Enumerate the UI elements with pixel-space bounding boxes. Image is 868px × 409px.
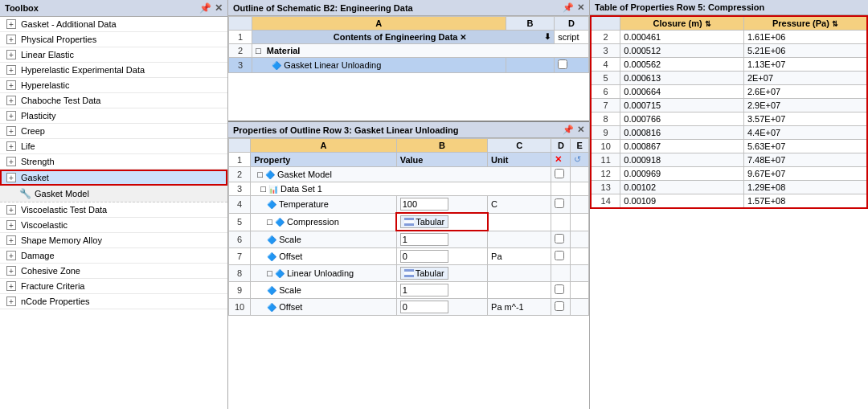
prop-minus-icon[interactable]: □ <box>267 268 272 278</box>
pressure-cell[interactable]: 5.63E+07 <box>743 140 867 153</box>
prop-value-cell[interactable] <box>396 196 487 214</box>
expand-icon[interactable]: + <box>6 141 16 151</box>
close-outline-icon[interactable]: ✕ <box>577 2 584 13</box>
closure-cell[interactable]: 0.000816 <box>620 126 744 140</box>
prop-value-cell[interactable] <box>396 248 487 265</box>
prop-value-cell[interactable]: Tabular <box>396 213 487 231</box>
closure-cell[interactable]: 0.000715 <box>620 99 744 112</box>
toolbox-item-fracture-criteria[interactable]: +Fracture Criteria <box>0 279 227 294</box>
toolbox-item-viscoelastic-test[interactable]: +Viscoelastic Test Data <box>0 202 227 218</box>
toolbox-item-linear-elastic[interactable]: +Linear Elastic <box>0 47 227 63</box>
x-icon[interactable]: ✕ <box>460 33 466 42</box>
table-row[interactable]: 10 0.000867 5.63E+07 <box>591 140 867 153</box>
prop-check[interactable] <box>555 169 564 178</box>
prop-checkbox[interactable] <box>551 182 571 196</box>
expand-icon[interactable]: + <box>6 266 16 276</box>
close-icon[interactable]: ✕ <box>215 2 223 14</box>
minus-icon[interactable]: □ <box>260 184 266 194</box>
toolbox-item-cohesive-zone[interactable]: +Cohesive Zone <box>0 264 227 279</box>
closure-cell[interactable]: 0.000664 <box>620 85 744 99</box>
expand-icon[interactable]: + <box>6 173 16 182</box>
toolbox-item-damage[interactable]: +Damage <box>0 248 227 264</box>
toolbox-item-shape-memory[interactable]: +Shape Memory Alloy <box>0 233 227 248</box>
toolbox-item-life[interactable]: +Life <box>0 139 227 154</box>
pressure-cell[interactable]: 1.61E+06 <box>743 31 867 44</box>
prop-value-input[interactable] <box>400 250 448 263</box>
toolbox-item-plasticity[interactable]: +Plasticity <box>0 108 227 124</box>
pressure-cell[interactable]: 9.67E+07 <box>743 167 867 181</box>
sort-b-icon[interactable]: ⇅ <box>832 20 838 28</box>
closure-cell[interactable]: 0.000562 <box>620 58 744 72</box>
table-row[interactable]: 9 0.000816 4.4E+07 <box>591 126 867 140</box>
toolbox-item-creep[interactable]: +Creep <box>0 124 227 139</box>
table-row[interactable]: 2 0.000461 1.61E+06 <box>591 31 867 44</box>
pressure-cell[interactable]: 3.57E+07 <box>743 112 867 126</box>
close-props-icon[interactable]: ✕ <box>577 125 584 135</box>
toolbox-item-hyperelastic-experimental[interactable]: +Hyperelastic Experimental Data <box>0 63 227 78</box>
x-red-icon[interactable]: ✕ <box>555 154 562 164</box>
minus-icon[interactable]: □ <box>256 46 261 55</box>
table-row[interactable]: 4 0.000562 1.13E+07 <box>591 58 867 72</box>
closure-cell[interactable]: 0.00102 <box>620 181 744 194</box>
outline-row[interactable]: 1 Contents of Engineering Data ⬇ ✕ scrip… <box>229 31 589 44</box>
pressure-cell[interactable]: 2.6E+07 <box>743 85 867 99</box>
download-icon[interactable]: ⬇ <box>544 32 551 41</box>
pin-props-icon[interactable]: 📌 <box>563 125 574 135</box>
outline-row[interactable]: 3 🔷 Gasket Linear Unloading <box>229 58 589 73</box>
prop-checkbox[interactable] <box>551 167 571 182</box>
pressure-cell[interactable]: 2.9E+07 <box>743 99 867 112</box>
table-row[interactable]: 5 0.000613 2E+07 <box>591 72 867 85</box>
prop-check[interactable] <box>555 301 564 311</box>
prop-minus-icon[interactable]: □ <box>267 217 272 227</box>
closure-cell[interactable]: 0.000918 <box>620 153 744 167</box>
prop-check[interactable] <box>555 284 564 294</box>
tabular-badge[interactable]: Tabular <box>400 215 448 228</box>
prop-value-input[interactable] <box>400 284 448 297</box>
prop-check-cell[interactable] <box>551 299 571 316</box>
props-row[interactable]: 6 🔷 Scale <box>229 231 589 248</box>
props-row[interactable]: 3 □ 📊 Data Set 1 <box>229 182 589 196</box>
expand-icon[interactable]: + <box>6 50 16 59</box>
prop-check-cell[interactable] <box>551 196 571 214</box>
props-row[interactable]: 5 □ 🔷 Compression Tabular <box>229 213 589 231</box>
prop-value-cell[interactable] <box>396 231 487 248</box>
outline-table-container[interactable]: A B D 1 Contents of Engineering Data ⬇ ✕… <box>228 16 589 121</box>
pressure-cell[interactable]: 2E+07 <box>743 72 867 85</box>
table-data-container[interactable]: Closure (m) ⇅ Pressure (Pa) ⇅ 2 0.000461… <box>590 15 868 409</box>
closure-cell[interactable]: 0.000969 <box>620 167 744 181</box>
closure-cell[interactable]: 0.000613 <box>620 72 744 85</box>
row-checkbox[interactable] <box>555 58 589 73</box>
properties-table-container[interactable]: A B C D E 1 Property Value Unit ✕ ↺ 2 <box>228 138 589 409</box>
expand-icon[interactable]: + <box>6 205 16 215</box>
expand-icon[interactable]: + <box>6 235 16 245</box>
prop-check[interactable] <box>555 234 564 243</box>
prop-value-cell[interactable] <box>396 299 487 316</box>
expand-icon[interactable]: + <box>6 297 16 306</box>
prop-value-cell[interactable]: Tabular <box>396 265 487 282</box>
prop-check[interactable] <box>555 198 564 208</box>
props-row[interactable]: 1 Property Value Unit ✕ ↺ <box>229 153 589 167</box>
expand-icon[interactable]: + <box>6 111 16 121</box>
closure-cell[interactable]: 0.000461 <box>620 31 744 44</box>
pin-icon[interactable]: 📌 <box>199 2 211 14</box>
expand-icon[interactable]: + <box>6 96 16 105</box>
expand-icon[interactable]: + <box>6 157 16 166</box>
tabular-badge[interactable]: Tabular <box>400 267 448 280</box>
expand-icon[interactable]: + <box>6 80 16 90</box>
toolbox-item-gasket-additional[interactable]: +Gasket - Additional Data <box>0 17 227 32</box>
prop-check-cell[interactable] <box>551 231 571 248</box>
pin-outline-icon[interactable]: 📌 <box>563 2 574 13</box>
toolbox-item-chaboche[interactable]: +Chaboche Test Data <box>0 93 227 108</box>
table-row[interactable]: 8 0.000766 3.57E+07 <box>591 112 867 126</box>
props-row[interactable]: 7 🔷 Offset Pa <box>229 248 589 265</box>
visibility-checkbox[interactable] <box>558 59 567 69</box>
prop-value-input[interactable] <box>400 301 448 313</box>
prop-value-input[interactable] <box>400 198 448 211</box>
table-row[interactable]: 3 0.000512 5.21E+06 <box>591 44 867 58</box>
toolbox-item-gasket[interactable]: +Gasket <box>0 170 227 186</box>
expand-icon[interactable]: + <box>6 126 16 136</box>
expand-icon[interactable]: + <box>6 281 16 291</box>
props-row[interactable]: 8 □ 🔷 Linear Unloading Tabular <box>229 265 589 282</box>
minus-icon[interactable]: □ <box>257 170 263 179</box>
expand-icon[interactable]: + <box>6 35 16 44</box>
